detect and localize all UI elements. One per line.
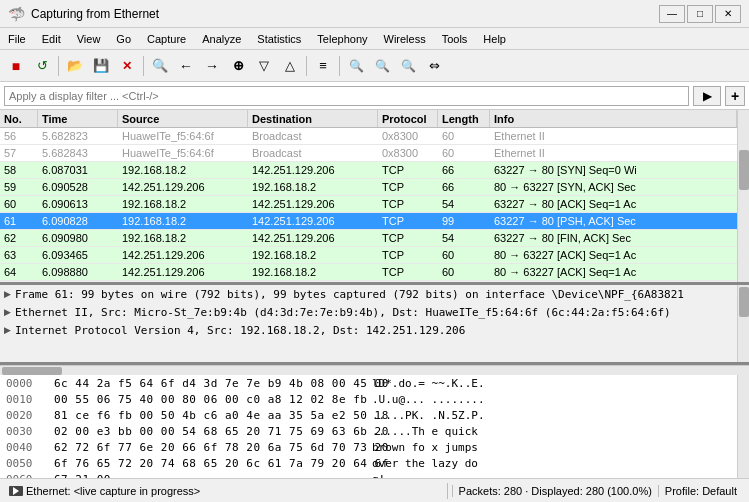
minimize-button[interactable]: — <box>659 5 685 23</box>
column-header-no[interactable]: No. <box>0 110 38 127</box>
menu-item-tools[interactable]: Tools <box>434 28 476 49</box>
packet-row[interactable]: 636.093465142.251.129.206192.168.18.2TCP… <box>0 247 737 264</box>
restart-capture-button[interactable]: ↺ <box>30 54 54 78</box>
details-horizontal-scrollbar[interactable] <box>0 365 749 375</box>
hex-dump-panel: 00006c 44 2a f5 64 6f d4 3d 7e 7e b9 4b … <box>0 375 749 478</box>
scroll-up-button[interactable]: △ <box>278 54 302 78</box>
hex-offset: 0000 <box>6 377 46 390</box>
forward-button[interactable]: → <box>200 54 224 78</box>
packet-cell: 63 <box>0 249 38 261</box>
packet-cell: 5.682843 <box>38 147 118 159</box>
hex-bytes: 6c 44 2a f5 64 6f d4 3d 7e 7e b9 4b 08 0… <box>54 377 364 390</box>
hex-ascii: .....PK. .N.5Z.P. <box>372 409 485 422</box>
detail-text: Ethernet II, Src: Micro-St_7e:b9:4b (d4:… <box>15 306 671 319</box>
save-button[interactable]: 💾 <box>89 54 113 78</box>
packet-cell: 192.168.18.2 <box>248 181 378 193</box>
menu-item-telephony[interactable]: Telephony <box>309 28 375 49</box>
back-button[interactable]: ← <box>174 54 198 78</box>
close-capture-button[interactable]: ✕ <box>115 54 139 78</box>
main-content: No. Time Source Destination Protocol Len… <box>0 110 749 478</box>
display-filter-input[interactable] <box>4 86 689 106</box>
packet-cell: 63227 → 80 [FIN, ACK] Sec <box>490 232 737 244</box>
packet-row[interactable]: 616.090828192.168.18.2142.251.129.206TCP… <box>0 213 737 230</box>
menu-item-edit[interactable]: Edit <box>34 28 69 49</box>
packet-cell: 192.168.18.2 <box>118 232 248 244</box>
menu-item-view[interactable]: View <box>69 28 109 49</box>
packet-row[interactable]: 626.090980192.168.18.2142.251.129.206TCP… <box>0 230 737 247</box>
packet-details-scroll-thumb[interactable] <box>739 287 749 317</box>
detail-row[interactable]: ▶Internet Protocol Version 4, Src: 192.1… <box>0 321 737 339</box>
packet-row[interactable]: 646.098880142.251.129.206192.168.18.2TCP… <box>0 264 737 281</box>
packet-cell: 58 <box>0 164 38 176</box>
packet-cell: TCP <box>378 215 438 227</box>
column-header-protocol[interactable]: Protocol <box>378 110 438 127</box>
column-header-info[interactable]: Info <box>490 110 737 127</box>
menu-item-help[interactable]: Help <box>475 28 514 49</box>
profile-status: Profile: Default <box>659 485 743 497</box>
packet-cell: 60 <box>438 249 490 261</box>
packet-list-scroll-thumb[interactable] <box>739 150 749 190</box>
zoom-in-button[interactable]: 🔍 <box>344 54 368 78</box>
column-header-source[interactable]: Source <box>118 110 248 127</box>
zoom-reset-button[interactable]: 🔍 <box>396 54 420 78</box>
packet-details-inner: ▶Frame 61: 99 bytes on wire (792 bits), … <box>0 285 737 362</box>
zoom-out-button[interactable]: 🔍 <box>370 54 394 78</box>
packet-cell: Broadcast <box>248 147 378 159</box>
packet-details-scrollbar[interactable] <box>737 285 749 362</box>
hex-ascii: .U.u@... ........ <box>372 393 485 406</box>
packet-cell: 59 <box>0 181 38 193</box>
hex-row: 00506f 76 65 72 20 74 68 65 20 6c 61 7a … <box>0 455 737 471</box>
packet-list-scrollbar[interactable] <box>737 110 749 282</box>
hex-offset: 0040 <box>6 441 46 454</box>
menu-item-analyze[interactable]: Analyze <box>194 28 249 49</box>
menu-item-capture[interactable]: Capture <box>139 28 194 49</box>
packet-row[interactable]: 565.682823HuaweITe_f5:64:6fBroadcast0x83… <box>0 128 737 145</box>
open-file-button[interactable]: 📂 <box>63 54 87 78</box>
scroll-down-button[interactable]: ▽ <box>252 54 276 78</box>
packet-cell: 5.682823 <box>38 130 118 142</box>
packet-cell: TCP <box>378 181 438 193</box>
packet-cell: 60 <box>0 198 38 210</box>
packet-row[interactable]: 575.682843HuaweITe_f5:64:6fBroadcast0x83… <box>0 145 737 162</box>
filter-apply-button[interactable]: ▶ <box>693 86 721 106</box>
details-hscroll-thumb[interactable] <box>2 367 62 375</box>
packet-list-header: No. Time Source Destination Protocol Len… <box>0 110 737 128</box>
maximize-button[interactable]: □ <box>687 5 713 23</box>
packet-cell: 192.168.18.2 <box>118 164 248 176</box>
detail-row[interactable]: ▶Frame 61: 99 bytes on wire (792 bits), … <box>0 285 737 303</box>
goto-button[interactable]: ⊕ <box>226 54 250 78</box>
hex-ascii: lD*.do.= ~~.K..E. <box>372 377 485 390</box>
packet-row[interactable]: 596.090528142.251.129.206192.168.18.2TCP… <box>0 179 737 196</box>
window-controls: — □ ✕ <box>659 5 741 23</box>
find-packet-button[interactable]: 🔍 <box>148 54 172 78</box>
filterbar: ▶ + <box>0 82 749 110</box>
colorize-button[interactable]: ≡ <box>311 54 335 78</box>
menu-item-file[interactable]: File <box>0 28 34 49</box>
hex-dump-scrollbar[interactable] <box>737 375 749 478</box>
column-header-length[interactable]: Length <box>438 110 490 127</box>
packet-cell: HuaweITe_f5:64:6f <box>118 147 248 159</box>
filter-add-button[interactable]: + <box>725 86 745 106</box>
packet-cell: 61 <box>0 215 38 227</box>
hex-row: 002081 ce f6 fb 00 50 4b c6 a0 4e aa 35 … <box>0 407 737 423</box>
packet-row[interactable]: 606.090613192.168.18.2142.251.129.206TCP… <box>0 196 737 213</box>
close-button[interactable]: ✕ <box>715 5 741 23</box>
menu-item-statistics[interactable]: Statistics <box>249 28 309 49</box>
capture-status-icon <box>6 481 26 501</box>
column-header-time[interactable]: Time <box>38 110 118 127</box>
packet-cell: 60 <box>438 266 490 278</box>
packet-row[interactable]: 586.087031192.168.18.2142.251.129.206TCP… <box>0 162 737 179</box>
column-header-destination[interactable]: Destination <box>248 110 378 127</box>
menu-item-go[interactable]: Go <box>108 28 139 49</box>
packet-cell: Ethernet II <box>490 130 737 142</box>
titlebar: 🦈 Capturing from Ethernet — □ ✕ <box>0 0 749 28</box>
menu-item-wireless[interactable]: Wireless <box>376 28 434 49</box>
hex-ascii: over the lazy do <box>372 457 478 470</box>
detail-row[interactable]: ▶Ethernet II, Src: Micro-St_7e:b9:4b (d4… <box>0 303 737 321</box>
packet-cell: 0x8300 <box>378 130 438 142</box>
hex-bytes: 81 ce f6 fb 00 50 4b c6 a0 4e aa 35 5a e… <box>54 409 364 422</box>
resize-columns-button[interactable]: ⇔ <box>422 54 446 78</box>
stop-capture-button[interactable]: ■ <box>4 54 28 78</box>
hex-bytes: 00 55 06 75 40 00 80 06 00 c0 a8 12 02 8… <box>54 393 364 406</box>
hex-dump-inner: 00006c 44 2a f5 64 6f d4 3d 7e 7e b9 4b … <box>0 375 737 478</box>
